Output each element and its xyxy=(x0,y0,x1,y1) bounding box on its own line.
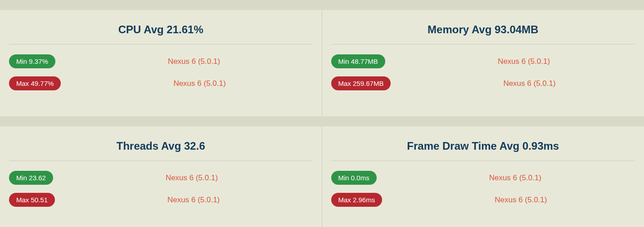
max-pill: Max 259.67MB xyxy=(331,76,391,90)
metric-panel-threads: Threads Avg 32.6 Min 23.62 Nexus 6 (5.0.… xyxy=(0,126,322,227)
max-device-label: Nexus 6 (5.0.1) xyxy=(55,196,312,205)
max-device-label: Nexus 6 (5.0.1) xyxy=(382,196,635,205)
stat-row-max: Max 259.67MB Nexus 6 (5.0.1) xyxy=(331,76,635,90)
stat-row-min: Min 48.77MB Nexus 6 (5.0.1) xyxy=(331,54,635,68)
panel-title: CPU Avg 21.61% xyxy=(9,23,313,36)
divider xyxy=(9,44,313,45)
panel-title: Memory Avg 93.04MB xyxy=(331,23,635,36)
max-pill: Max 2.96ms xyxy=(331,193,383,207)
max-device-label: Nexus 6 (5.0.1) xyxy=(391,79,635,88)
min-device-label: Nexus 6 (5.0.1) xyxy=(55,57,313,66)
panel-title: Threads Avg 32.6 xyxy=(9,140,313,152)
row-spacer xyxy=(0,116,644,126)
row-spacer xyxy=(0,0,644,10)
metric-panel-memory: Memory Avg 93.04MB Min 48.77MB Nexus 6 (… xyxy=(322,10,644,116)
stat-row-max: Max 50.51 Nexus 6 (5.0.1) xyxy=(9,193,313,207)
metric-panel-frame-draw: Frame Draw Time Avg 0.93ms Min 0.0ms Nex… xyxy=(322,126,644,227)
stat-row-max: Max 49.77% Nexus 6 (5.0.1) xyxy=(9,76,313,90)
stat-row-max: Max 2.96ms Nexus 6 (5.0.1) xyxy=(331,193,635,207)
min-pill: Min 9.37% xyxy=(9,54,55,68)
metrics-grid: CPU Avg 21.61% Min 9.37% Nexus 6 (5.0.1)… xyxy=(0,0,644,227)
min-pill: Min 23.62 xyxy=(9,171,53,185)
divider xyxy=(331,44,635,45)
metric-panel-cpu: CPU Avg 21.61% Min 9.37% Nexus 6 (5.0.1)… xyxy=(0,10,322,116)
min-pill: Min 48.77MB xyxy=(331,54,385,68)
divider xyxy=(331,160,635,161)
panel-title: Frame Draw Time Avg 0.93ms xyxy=(331,140,635,152)
stat-row-min: Min 9.37% Nexus 6 (5.0.1) xyxy=(9,54,313,68)
max-pill: Max 49.77% xyxy=(9,76,61,90)
max-device-label: Nexus 6 (5.0.1) xyxy=(61,79,312,88)
divider xyxy=(9,160,313,161)
min-device-label: Nexus 6 (5.0.1) xyxy=(385,57,635,66)
min-device-label: Nexus 6 (5.0.1) xyxy=(377,174,635,182)
min-device-label: Nexus 6 (5.0.1) xyxy=(53,174,313,182)
stat-row-min: Min 23.62 Nexus 6 (5.0.1) xyxy=(9,171,313,185)
max-pill: Max 50.51 xyxy=(9,193,55,207)
stat-row-min: Min 0.0ms Nexus 6 (5.0.1) xyxy=(331,171,635,185)
min-pill: Min 0.0ms xyxy=(331,171,377,185)
